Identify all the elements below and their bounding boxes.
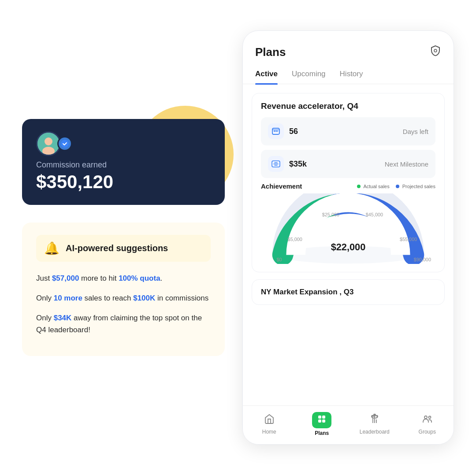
svg-rect-8 (277, 130, 278, 132)
ny-market-title: NY Market Expansion , Q3 (261, 288, 435, 297)
legend-actual-label: Actual sales (363, 184, 389, 189)
left-panel: Commission earned $350,120 🔔 AI-powered … (22, 119, 225, 356)
legend-projected: Projected sales (396, 184, 435, 189)
milestone-icon (268, 156, 284, 172)
days-left-value: 56 (289, 127, 298, 136)
svg-point-3 (61, 140, 69, 148)
svg-point-4 (434, 49, 437, 52)
legend-actual: Actual sales (357, 184, 390, 189)
verified-badge-icon (57, 136, 72, 151)
ai-card-title: AI-powered suggestions (66, 243, 168, 253)
svg-text:$0: $0 (277, 257, 282, 262)
milestone-left: $35k (268, 156, 307, 172)
suggestion2-highlight2: $100K (133, 294, 155, 302)
nav-plans-label: Plans (315, 430, 329, 436)
svg-rect-20 (322, 416, 325, 419)
nav-home-label: Home (262, 429, 276, 435)
plans-icon (312, 412, 331, 428)
milestone-row: $35k Next Milestone (261, 150, 435, 178)
svg-text:$22,000: $22,000 (331, 242, 366, 253)
achievement-section: Achievement Actual sales Projected sales (261, 182, 435, 264)
commission-label: Commission earned (36, 160, 211, 170)
days-left-row: 56 Days left (261, 117, 435, 145)
ny-market-card: NY Market Expansion , Q3 (252, 279, 445, 305)
ai-suggestion-1: Just $57,000 more to hit 100% quota. (36, 272, 211, 284)
ai-suggestion-2: Only 10 more sales to reach $100K in com… (36, 292, 211, 304)
days-icon (268, 123, 284, 139)
plans-title: Plans (255, 45, 286, 59)
milestone-value: $35k (289, 160, 307, 169)
plans-header: Plans (243, 31, 454, 59)
ai-card-header: 🔔 AI-powered suggestions (36, 235, 211, 262)
tab-history[interactable]: History (340, 70, 363, 84)
legend-projected-label: Projected sales (402, 184, 435, 189)
shield-icon[interactable] (430, 45, 441, 59)
nav-groups-label: Groups (419, 429, 436, 435)
suggestion1-end: . (160, 274, 163, 282)
svg-rect-7 (275, 130, 277, 132)
svg-point-1 (45, 137, 52, 145)
nav-groups[interactable]: Groups (412, 414, 443, 435)
days-left-label: Days left (403, 128, 428, 135)
svg-rect-21 (318, 419, 321, 423)
svg-text:$25,000: $25,000 (322, 212, 339, 217)
suggestion1-highlight1: $57,000 (52, 274, 79, 282)
svg-text:$45,000: $45,000 (366, 212, 383, 217)
commission-amount: $350,120 (36, 171, 211, 193)
achievement-title: Achievement (261, 182, 302, 190)
tab-active[interactable]: Active (255, 70, 278, 84)
milestone-label: Next Milestone (385, 160, 428, 168)
groups-icon (422, 414, 432, 427)
nav-home[interactable]: Home (254, 414, 285, 435)
nav-leaderboard-label: Leaderboard (360, 429, 390, 435)
svg-text:$90,000: $90,000 (414, 257, 431, 262)
legend-actual-dot (357, 185, 361, 188)
suggestion2-highlight1: 10 more (54, 294, 82, 302)
svg-text:$5,000: $5,000 (288, 237, 302, 242)
ai-suggestion-3: Only $34K away from claiming the top spo… (36, 312, 211, 336)
suggestion2-end: in commissions (157, 294, 208, 302)
home-icon (264, 414, 275, 427)
achievement-legend: Actual sales Projected sales (357, 184, 435, 189)
svg-text:$55,000: $55,000 (400, 237, 417, 242)
bottom-nav: Home Plans (243, 405, 454, 444)
gauge-chart: $22,000 $0 $5,000 $25,000 $45,000 $55,00… (261, 193, 435, 264)
plans-content: Revenue accelerator, Q4 (243, 84, 454, 405)
avatar-container (36, 131, 211, 156)
nav-plans[interactable]: Plans (306, 412, 337, 436)
phone-mockup: Plans Active Upcoming History Revenue ac… (242, 30, 454, 445)
revenue-accelerator-card: Revenue accelerator, Q4 (252, 93, 445, 272)
nav-leaderboard[interactable]: Leaderboard (359, 414, 390, 435)
tab-upcoming[interactable]: Upcoming (292, 70, 326, 84)
svg-rect-19 (318, 416, 321, 419)
plan-card-title: Revenue accelerator, Q4 (261, 101, 435, 111)
ai-suggestions-card: 🔔 AI-powered suggestions Just $57,000 mo… (22, 223, 225, 356)
suggestion1-highlight2: 100% quota (119, 274, 160, 282)
svg-point-26 (429, 416, 431, 418)
achievement-header: Achievement Actual sales Projected sales (261, 182, 435, 190)
suggestion3-highlight1: $34K (54, 314, 72, 322)
main-container: Commission earned $350,120 🔔 AI-powered … (0, 0, 476, 475)
svg-point-25 (424, 416, 427, 419)
plans-tabs: Active Upcoming History (243, 63, 454, 84)
svg-rect-6 (274, 130, 275, 132)
leaderboard-icon (369, 414, 380, 427)
legend-projected-dot (396, 185, 399, 188)
days-left-left: 56 (268, 123, 298, 139)
svg-rect-22 (322, 419, 325, 423)
bell-icon: 🔔 (44, 241, 60, 256)
commission-card: Commission earned $350,120 (22, 119, 225, 205)
